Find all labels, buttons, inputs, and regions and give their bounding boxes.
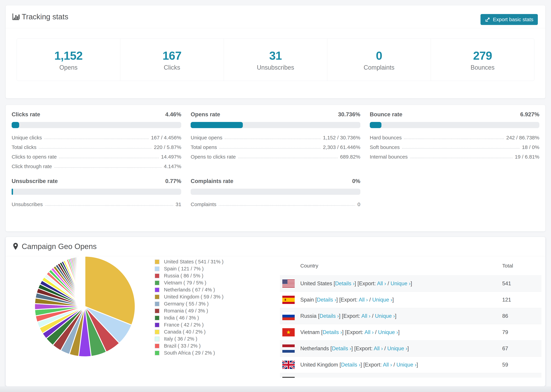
details-link[interactable]: Details › [323,329,342,335]
export-unique-link[interactable]: Unique › [375,313,395,319]
pie-slice[interactable]: other [85,256,85,307]
stat-value: 167 [120,49,224,62]
legend-label: United Kingdom ( 59 / 3% ) [164,294,224,300]
export-all-link[interactable]: All › [374,345,383,351]
rate-panel-percent: 0.77% [165,178,181,185]
rate-panel-opens-rate: Opens rate 30.736% Unique opens 1,152 / … [191,111,360,173]
dotted-leader [219,148,320,149]
stat-label: Opens [17,64,120,71]
dotted-leader [39,148,151,149]
legend-label: Italy ( 36 / 2% ) [164,336,197,342]
details-link[interactable]: Details › [317,297,336,303]
legend-item: South Africa ( 29 / 2% ) [155,350,224,357]
tracking-stats-header: Tracking stats Export basic stats [6,5,545,28]
legend-label: Netherlands ( 67 / 4% ) [164,287,215,293]
legend-item: Canada ( 40 / 2% ) [155,328,224,335]
geo-row-country-cell: Netherlands [Details ›] [Export: All › /… [295,345,502,352]
legend-swatch [155,322,160,327]
tracking-stats-title: Tracking stats [22,13,68,21]
rate-detail-row: Total clicks 220 / 5.87% [12,145,181,150]
rate-detail-row: Internal bounces 19 / 6.81% [370,154,539,159]
dotted-leader [402,148,520,149]
rate-detail-label: Unsubscribes [12,202,43,207]
rate-detail-row: Hard bounces 242 / 86.738% [370,135,539,140]
rate-detail-row: Unique clicks 167 / 4.456% [12,135,181,140]
rate-detail-label: Total opens [191,145,217,150]
legend-item: Italy ( 36 / 2% ) [155,335,224,343]
rate-detail-row: Clicks to opens rate 14.497% [12,154,181,159]
legend-item: India ( 46 / 3% ) [155,314,224,321]
stat-label: Complaints [327,64,431,71]
geo-row-total: 59 [502,362,541,368]
geo-row-country-cell: Vietnam [Details ›] [Export: All › / Uni… [295,329,502,335]
legend-swatch [155,273,160,278]
flag-vn-icon [282,328,295,336]
legend-swatch [155,301,160,306]
export-unique-link[interactable]: Unique › [387,345,407,351]
flag-de-icon [282,377,295,378]
rate-detail-value: 31 [176,202,181,207]
rate-detail-row: Unsubscribes 31 [12,202,181,207]
stat-value: 31 [224,49,327,62]
rate-detail-rows: Unique opens 1,152 / 30.736% Total opens… [191,135,360,159]
legend-swatch [155,287,160,292]
export-all-link[interactable]: All › [365,329,374,335]
progress-bar-fill [12,189,13,195]
dotted-leader [59,158,158,158]
legend-swatch [155,315,160,320]
geo-table-rows: United States [Details ›] [Export: All ›… [280,275,541,378]
progress-bar-fill [191,122,243,128]
legend-swatch [155,308,160,313]
export-basic-stats-button[interactable]: Export basic stats [480,14,538,25]
dotted-leader [219,205,355,206]
legend-swatch [155,343,160,348]
flag-ru-icon [282,312,295,320]
details-link[interactable]: Details › [319,313,339,319]
rate-panel-clicks-rate: Clicks rate 4.46% Unique clicks 167 / 4.… [12,111,181,173]
rate-detail-value: 0 [357,202,360,207]
export-all-link[interactable]: All › [359,297,368,303]
geo-legend: United States ( 541 / 31% ) Spain ( 121 … [155,258,224,357]
rate-panel-percent: 30.736% [338,111,360,118]
flag-nl-icon [282,344,295,353]
rate-panel-percent: 0% [352,178,360,185]
geo-table: Country Total United States [Details ›] … [280,256,541,378]
details-link[interactable]: Details › [332,345,351,351]
legend-label: India ( 46 / 3% ) [164,315,199,321]
stat-label: Clicks [120,64,224,71]
export-all-link[interactable]: All › [377,280,386,287]
rate-detail-label: Hard bounces [370,135,402,140]
rate-detail-row: Complaints 0 [191,202,360,207]
rates-grid: Clicks rate 4.46% Unique clicks 167 / 4.… [6,105,545,211]
geo-table-header-total: Total [502,263,541,269]
flag-us-icon [282,280,295,288]
export-unique-link[interactable]: Unique › [396,362,417,368]
rate-panel-unsubscribe-rate: Unsubscribe rate 0.77% Unsubscribes 31 [12,178,181,211]
campaign-stats-page: Tracking stats Export basic stats 1,152 … [0,0,551,392]
export-all-link[interactable]: All › [361,313,370,319]
flag-gb-icon [282,361,295,369]
geo-table-row-germany: Germany [Details ›] [Export: All › / Uni… [280,373,541,378]
rate-detail-rows: Complaints 0 [191,202,360,207]
geo-table-row-russia: Russia [Details ›] [Export: All › / Uniq… [280,308,541,324]
legend-item: Romania ( 49 / 3% ) [155,307,224,314]
export-unique-link[interactable]: Unique › [378,329,398,335]
legend-item: Spain ( 121 / 7% ) [155,265,224,272]
rate-detail-label: Opens to clicks rate [191,154,236,159]
rate-detail-rows: Unique clicks 167 / 4.456% Total clicks … [12,135,181,169]
rate-panel-head: Unsubscribe rate 0.77% [12,178,181,185]
stats-summary-row: 1,152 Opens 167 Clicks 31 Unsubscribes 0… [17,38,534,81]
rate-detail-value: 1,152 / 30.736% [323,135,360,140]
export-unique-link[interactable]: Unique › [372,297,392,303]
rate-detail-value: 4.147% [164,164,181,169]
details-link[interactable]: Details › [341,362,360,368]
rate-panel-head: Bounce rate 6.927% [370,111,539,118]
details-link[interactable]: Details › [335,280,354,287]
stat-box-bounces: 279 Bounces [431,39,534,81]
tracking-stats-card: Tracking stats Export basic stats 1,152 … [6,5,545,98]
geo-table-header-country: Country [280,263,502,269]
dotted-leader [45,205,173,206]
export-all-link[interactable]: All › [383,362,392,368]
geo-title: Campaign Geo Opens [22,242,97,251]
export-unique-link[interactable]: Unique › [390,280,410,287]
